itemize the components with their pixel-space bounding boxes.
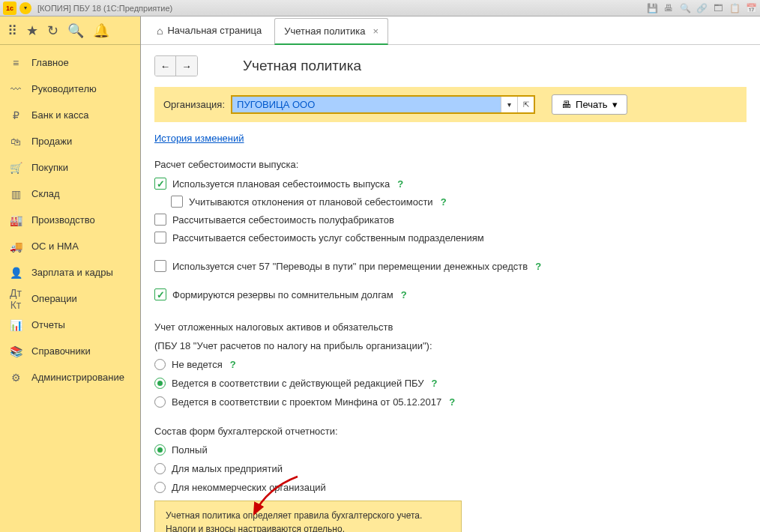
check-label: Используется плановая себестоимость выпу… <box>172 178 390 190</box>
nav: ≡Главное〰Руководителю₽Банк и касса🛍Прода… <box>0 45 140 390</box>
nav-item[interactable]: ≡Главное <box>0 49 140 76</box>
bell-icon[interactable]: 🔔 <box>93 22 109 39</box>
page-title: Учетная политика <box>243 58 361 74</box>
tab[interactable]: ⌂Начальная страница <box>147 17 271 44</box>
nav-item[interactable]: 🏭Производство <box>0 207 140 233</box>
checkbox[interactable] <box>171 196 183 208</box>
nav-item[interactable]: 〰Руководителю <box>0 76 140 102</box>
print-icon[interactable]: 🖶 <box>663 2 675 14</box>
nav-item[interactable]: 🛒Покупки <box>0 154 140 181</box>
check-label: Рассчитывается себестоимость полуфабрика… <box>172 214 394 226</box>
radio-label: Ведется в соответствии с действующей ред… <box>172 378 424 389</box>
page: ← → Учетная политика Организация: ▾ ⇱ 🖶 … <box>141 45 760 532</box>
check-row: Рассчитывается себестоимость полуфабрика… <box>154 214 747 226</box>
titlebar-tools: 💾 🖶 🔍 🔗 🗔 📋 📅 <box>646 2 757 14</box>
radio[interactable] <box>154 482 166 493</box>
page-header: ← → Учетная политика <box>154 55 747 76</box>
nav-item[interactable]: ▥Склад <box>0 181 140 207</box>
help-icon[interactable]: ? <box>401 289 407 300</box>
check-account57[interactable] <box>154 260 166 272</box>
checkbox[interactable] <box>154 214 166 226</box>
organization-label: Организация: <box>163 99 225 110</box>
sidebar-top-toolbar: ⠿ ★ ↻ 🔍 🔔 <box>0 16 140 45</box>
nav-label: Производство <box>31 214 95 226</box>
cost-section-title: Расчет себестоимости выпуска: <box>154 159 747 170</box>
radio-row: Ведется в соответствии с действующей ред… <box>154 378 747 389</box>
forward-button[interactable]: → <box>176 56 197 76</box>
apps-icon[interactable]: ⠿ <box>7 22 17 39</box>
tab-label: Начальная страница <box>167 25 262 36</box>
search-icon[interactable]: 🔍 <box>67 22 84 39</box>
star-icon[interactable]: ★ <box>26 22 38 39</box>
close-icon[interactable]: × <box>373 25 379 37</box>
nav-item[interactable]: 👤Зарплата и кадры <box>0 259 140 285</box>
share-icon[interactable]: 🔗 <box>696 2 708 14</box>
print-button[interactable]: 🖶 Печать ▾ <box>552 94 627 115</box>
app-icon: 1c <box>3 1 16 15</box>
check-row: Учитываются отклонения от плановой себес… <box>171 196 747 208</box>
nav-icon: 📊 <box>9 319 22 331</box>
organization-open-button[interactable]: ⇱ <box>517 97 534 112</box>
calendar-icon[interactable]: 📋 <box>729 2 741 14</box>
nav-item[interactable]: ⚙Администрирование <box>0 364 140 390</box>
search-icon[interactable]: 🔍 <box>679 2 691 14</box>
check-account57-label: Используется счет 57 "Переводы в пути" п… <box>172 261 528 272</box>
nav-item[interactable]: 📊Отчеты <box>0 312 140 338</box>
radio-label: Для малых предприятий <box>172 463 283 474</box>
nav-label: Продажи <box>31 136 72 147</box>
nav-label: Справочники <box>31 345 91 357</box>
deferred-title1: Учет отложенных налоговых активов и обяз… <box>154 321 747 333</box>
printer-icon: 🖶 <box>561 99 571 110</box>
nav-item[interactable]: 📚Справочники <box>0 338 140 364</box>
nav-label: ОС и НМА <box>31 241 79 252</box>
nav-item[interactable]: Дт КтОперации <box>0 285 140 312</box>
organization-field: ▾ ⇱ <box>231 95 535 114</box>
organization-input[interactable] <box>232 97 501 112</box>
deferred-title2: (ПБУ 18 "Учет расчетов по налогу на приб… <box>154 340 747 351</box>
history-link[interactable]: История изменений <box>154 133 244 144</box>
help-icon[interactable]: ? <box>230 359 236 370</box>
back-button[interactable]: ← <box>155 56 176 76</box>
history-icon[interactable]: ↻ <box>47 22 58 39</box>
nav-item[interactable]: ₽Банк и касса <box>0 102 140 128</box>
check-reserves-row: ✓ Формируются резервы по сомнительным до… <box>154 288 747 300</box>
nav-label: Администрирование <box>31 372 124 383</box>
info-box: Учетная политика определяет правила бухг… <box>154 501 462 532</box>
help-icon[interactable]: ? <box>535 261 541 272</box>
nav-label: Отчеты <box>31 319 65 330</box>
chevron-down-icon: ▾ <box>612 99 618 110</box>
nav-label: Покупки <box>31 162 68 173</box>
radio-row: Для некоммерческих организаций <box>154 482 747 493</box>
nav-label: Банк и касса <box>31 109 89 121</box>
window-icon[interactable]: 🗔 <box>712 2 724 14</box>
organization-dropdown-button[interactable]: ▾ <box>501 97 517 112</box>
save-icon[interactable]: 💾 <box>646 2 658 14</box>
radio-label: Для некоммерческих организаций <box>172 482 326 493</box>
help-icon[interactable]: ? <box>441 196 447 208</box>
check-label: Рассчитывается себестоимость услуг собст… <box>172 232 484 244</box>
nav-icon: 📚 <box>9 345 22 357</box>
nav-icon: 🛍 <box>9 136 22 148</box>
help-icon[interactable]: ? <box>449 396 455 408</box>
radio[interactable] <box>154 396 166 408</box>
radio[interactable] <box>154 444 166 456</box>
nav-icon: 〰 <box>9 83 22 95</box>
info-line2: Налоги и взносы настраиваются отдельно. <box>166 522 450 532</box>
help-icon[interactable]: ? <box>432 378 438 389</box>
calendar31-icon[interactable]: 📅 <box>745 2 757 14</box>
app-menu-dropdown[interactable]: ▾ <box>19 2 31 14</box>
radio[interactable] <box>154 463 166 474</box>
tab[interactable]: Учетная политика× <box>274 18 388 45</box>
nav-item[interactable]: 🛍Продажи <box>0 128 140 154</box>
check-row: ✓Используется плановая себестоимость вып… <box>154 178 747 190</box>
radio-row: Не ведется? <box>154 359 747 370</box>
check-label: Учитываются отклонения от плановой себес… <box>189 196 433 208</box>
radio[interactable] <box>154 378 166 389</box>
home-icon: ⌂ <box>157 25 163 37</box>
help-icon[interactable]: ? <box>397 178 403 190</box>
checkbox[interactable]: ✓ <box>154 178 166 190</box>
checkbox[interactable] <box>154 232 166 244</box>
check-reserves[interactable]: ✓ <box>154 288 166 300</box>
radio[interactable] <box>154 359 166 370</box>
nav-item[interactable]: 🚚ОС и НМА <box>0 233 140 259</box>
